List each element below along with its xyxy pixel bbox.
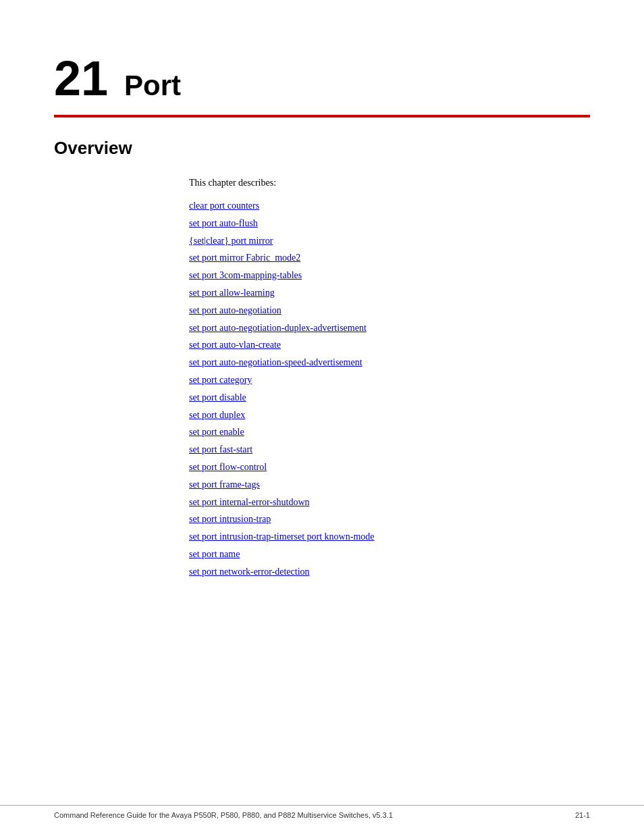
- red-divider: [54, 115, 590, 118]
- list-item[interactable]: set port intrusion-trap-timerset port kn…: [189, 529, 590, 545]
- footer-page-number: 21-1: [575, 811, 590, 819]
- list-item[interactable]: set port auto-negotiation-duplex-adverti…: [189, 320, 590, 336]
- list-item[interactable]: set port frame-tags: [189, 477, 590, 493]
- list-item[interactable]: set port fast-start: [189, 442, 590, 458]
- list-item[interactable]: set port auto-negotiation: [189, 303, 590, 319]
- list-item[interactable]: set port intrusion-trap: [189, 511, 590, 527]
- footer-left-text: Command Reference Guide for the Avaya P5…: [54, 811, 393, 819]
- list-item[interactable]: set port duplex: [189, 407, 590, 423]
- chapter-number: 21: [54, 54, 108, 103]
- page-container: 21 Port Overview This chapter describes:…: [0, 0, 644, 834]
- intro-text: This chapter describes:: [189, 178, 590, 188]
- list-item[interactable]: {set|clear} port mirror: [189, 233, 590, 249]
- list-item[interactable]: clear port counters: [189, 198, 590, 214]
- link-list: clear port countersset port auto-flush{s…: [189, 198, 590, 580]
- list-item[interactable]: set port internal-error-shutdown: [189, 494, 590, 511]
- chapter-header: 21 Port: [54, 54, 590, 103]
- list-item[interactable]: set port category: [189, 372, 590, 388]
- list-item[interactable]: set port 3com-mapping-tables: [189, 267, 590, 284]
- list-item[interactable]: set port enable: [189, 424, 590, 440]
- list-item[interactable]: set port disable: [189, 390, 590, 406]
- footer: Command Reference Guide for the Avaya P5…: [0, 805, 644, 819]
- list-item[interactable]: set port name: [189, 546, 590, 563]
- list-item[interactable]: set port allow-learning: [189, 285, 590, 301]
- section-title: Overview: [54, 138, 590, 159]
- chapter-title: Port: [124, 72, 181, 100]
- list-item[interactable]: set port auto-negotiation-speed-advertis…: [189, 355, 590, 371]
- list-item[interactable]: set port auto-flush: [189, 215, 590, 232]
- list-item[interactable]: set port network-error-detection: [189, 564, 590, 580]
- list-item[interactable]: set port mirror Fabric_mode2: [189, 250, 590, 266]
- list-item[interactable]: set port flow-control: [189, 459, 590, 475]
- list-item[interactable]: set port auto-vlan-create: [189, 337, 590, 353]
